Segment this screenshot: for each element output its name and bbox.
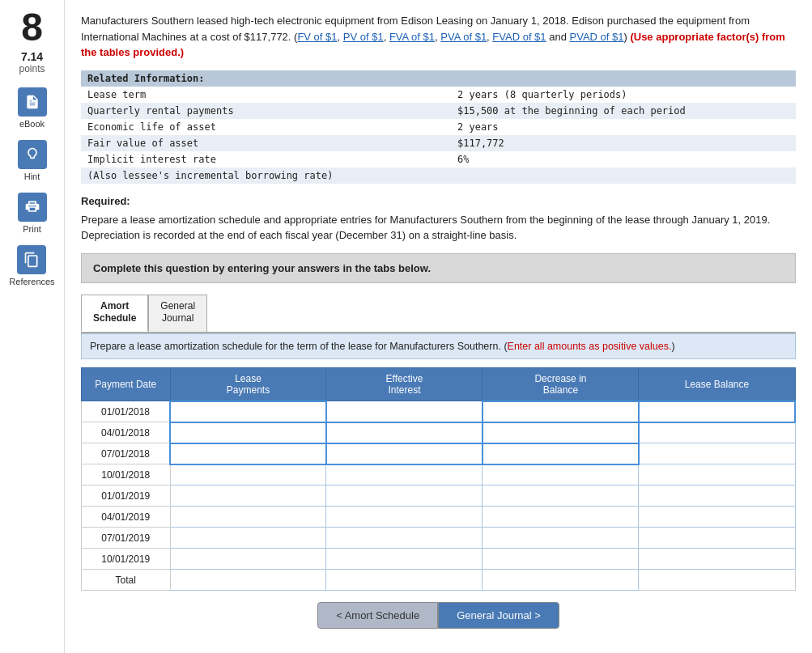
- prev-button[interactable]: < Amort Schedule: [317, 602, 438, 629]
- effective-interest-input[interactable]: [331, 575, 477, 586]
- decrease-balance-cell[interactable]: [483, 507, 639, 528]
- decrease-balance-cell[interactable]: [483, 549, 639, 570]
- decrease-balance-input[interactable]: [488, 406, 633, 418]
- fvad-link[interactable]: FVAD of $1: [492, 31, 546, 43]
- effective-interest-input[interactable]: [331, 490, 477, 502]
- points-value: 7.14: [21, 50, 43, 63]
- decrease-balance-cell[interactable]: [483, 443, 639, 464]
- sidebar-item-print[interactable]: Print: [18, 193, 47, 234]
- effective-interest-input[interactable]: [331, 532, 477, 544]
- effective-interest-input[interactable]: [331, 553, 477, 565]
- lease-payment-input[interactable]: [176, 490, 321, 502]
- decrease-balance-cell[interactable]: [483, 422, 639, 443]
- decrease-balance-input[interactable]: [487, 469, 633, 481]
- lease-balance-input[interactable]: [644, 427, 790, 439]
- decrease-balance-input[interactable]: [488, 448, 633, 460]
- decrease-balance-input[interactable]: [487, 532, 633, 544]
- lease-payment-input[interactable]: [176, 469, 321, 481]
- lease-balance-input[interactable]: [644, 406, 789, 418]
- effective-interest-cell[interactable]: [326, 443, 483, 464]
- lease-payment-cell[interactable]: [170, 507, 326, 528]
- sidebar-item-ebook[interactable]: eBook: [18, 87, 47, 129]
- lease-payment-input[interactable]: [176, 532, 321, 544]
- date-cell: 07/01/2018: [82, 443, 171, 464]
- decrease-balance-cell[interactable]: [483, 570, 639, 591]
- lease-balance-cell[interactable]: [639, 443, 795, 464]
- effective-interest-cell[interactable]: [326, 401, 483, 422]
- lease-payment-cell[interactable]: [170, 486, 326, 507]
- lease-payment-cell[interactable]: [170, 549, 326, 570]
- lease-balance-input[interactable]: [644, 532, 789, 544]
- effective-interest-cell[interactable]: [326, 422, 483, 443]
- pv-link[interactable]: PV of $1: [343, 31, 384, 43]
- effective-interest-input[interactable]: [331, 511, 477, 523]
- tab-bar: AmortSchedule GeneralJournal: [81, 295, 796, 333]
- effective-interest-input[interactable]: [332, 448, 477, 460]
- decrease-balance-input[interactable]: [487, 575, 633, 586]
- lease-balance-cell[interactable]: [639, 528, 795, 549]
- decrease-balance-input[interactable]: [487, 553, 633, 565]
- question-number: 8: [21, 8, 43, 47]
- effective-interest-cell[interactable]: [326, 549, 483, 570]
- lease-payment-input[interactable]: [176, 511, 321, 523]
- decrease-balance-cell[interactable]: [483, 464, 639, 486]
- lease-balance-cell[interactable]: [639, 464, 795, 486]
- info-table-header: Related Information:: [81, 70, 796, 87]
- decrease-balance-cell[interactable]: [483, 528, 639, 549]
- sidebar-item-hint[interactable]: Hint: [18, 140, 47, 181]
- row-label-borrowing: (Also lessee's incremental borrowing rat…: [81, 167, 451, 184]
- lease-payment-input[interactable]: [176, 448, 321, 460]
- row-label-payments: Quarterly rental payments: [81, 103, 451, 119]
- lease-balance-cell[interactable]: [639, 422, 795, 443]
- lease-balance-input[interactable]: [644, 553, 789, 565]
- effective-interest-cell[interactable]: [326, 528, 483, 549]
- effective-interest-input[interactable]: [332, 427, 477, 439]
- row-value-lease-term: 2 years (8 quarterly periods): [451, 87, 796, 103]
- effective-interest-input[interactable]: [331, 469, 477, 481]
- lease-payment-cell[interactable]: [170, 570, 326, 591]
- row-label-fair-value: Fair value of asset: [81, 135, 451, 151]
- lease-balance-cell[interactable]: [639, 507, 795, 528]
- lease-payment-cell[interactable]: [170, 528, 326, 549]
- fva-link[interactable]: FVA of $1: [389, 31, 435, 43]
- lease-payment-cell[interactable]: [170, 422, 326, 443]
- lease-payment-cell[interactable]: [170, 401, 326, 422]
- lease-balance-input[interactable]: [644, 511, 789, 523]
- lease-payment-cell[interactable]: [170, 464, 326, 486]
- date-cell: 04/01/2018: [82, 422, 171, 443]
- lease-balance-input[interactable]: [644, 490, 789, 502]
- main-content: Manufacturers Southern leased high-tech …: [65, 0, 812, 653]
- effective-interest-cell[interactable]: [326, 486, 483, 507]
- tab-amort-schedule[interactable]: AmortSchedule: [81, 295, 148, 332]
- effective-interest-cell[interactable]: [326, 507, 483, 528]
- effective-interest-input[interactable]: [332, 405, 477, 417]
- decrease-balance-input[interactable]: [487, 511, 633, 523]
- fv-link[interactable]: FV of $1: [297, 31, 337, 43]
- lease-payment-input[interactable]: [176, 575, 321, 586]
- lease-balance-cell[interactable]: [639, 549, 795, 570]
- decrease-balance-cell[interactable]: [483, 401, 639, 422]
- date-cell: 10/01/2018: [82, 464, 171, 486]
- row-value-economic-life: 2 years: [451, 119, 796, 135]
- lease-payment-cell[interactable]: [170, 443, 326, 464]
- tab-general-journal[interactable]: GeneralJournal: [148, 295, 207, 332]
- lease-balance-cell[interactable]: [639, 401, 795, 422]
- decrease-balance-input[interactable]: [488, 427, 633, 439]
- lease-balance-input[interactable]: [644, 469, 789, 481]
- lease-payment-input[interactable]: [176, 406, 321, 418]
- effective-interest-cell[interactable]: [326, 570, 483, 591]
- pva-link[interactable]: PVA of $1: [440, 31, 487, 43]
- decrease-balance-cell[interactable]: [483, 486, 639, 507]
- lease-payment-input[interactable]: [176, 427, 321, 439]
- lease-payment-input[interactable]: [176, 553, 321, 565]
- pvad-link[interactable]: PVAD of $1: [570, 31, 624, 43]
- table-row: 07/01/2018: [82, 443, 796, 464]
- lease-balance-input[interactable]: [644, 448, 790, 460]
- next-button[interactable]: General Journal >: [438, 602, 559, 629]
- table-row: 10/01/2018: [82, 464, 796, 486]
- decrease-balance-input[interactable]: [487, 490, 633, 502]
- lease-balance-cell[interactable]: [639, 486, 795, 507]
- effective-interest-cell[interactable]: [326, 464, 483, 486]
- points-label: points: [19, 63, 45, 74]
- sidebar-item-references[interactable]: References: [9, 245, 54, 286]
